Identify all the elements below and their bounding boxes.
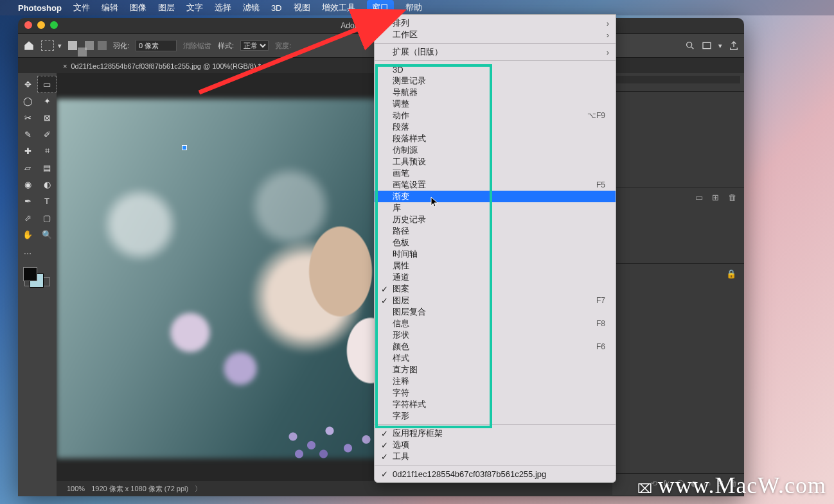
tool-dodge[interactable]: ◐ bbox=[37, 176, 57, 193]
sel-subtract-icon[interactable] bbox=[85, 41, 94, 50]
folder-icon[interactable]: ▭ bbox=[695, 193, 703, 202]
tool-frame[interactable]: ⊠ bbox=[37, 109, 57, 126]
menu-item[interactable]: 字符样式 bbox=[375, 399, 616, 410]
layers-panel[interactable]: 🔒 bbox=[612, 264, 744, 474]
tool-clone[interactable]: ⌗ bbox=[37, 143, 57, 159]
feather-input[interactable] bbox=[136, 40, 177, 51]
tool-hand[interactable]: ✋ bbox=[18, 226, 37, 243]
antialias-checkbox[interactable]: 消除锯齿 bbox=[183, 41, 211, 51]
menu-filter[interactable]: 滤镜 bbox=[243, 2, 260, 13]
chevron-down-icon[interactable]: ▾ bbox=[58, 42, 62, 50]
properties-panel[interactable]: ▭ ⊞ 🗑 bbox=[612, 187, 744, 264]
color-swatches[interactable] bbox=[18, 265, 57, 290]
tool-zoom[interactable]: 🔍 bbox=[37, 226, 57, 243]
menu-item[interactable]: 渐变 bbox=[375, 191, 616, 202]
tool-ellipsis[interactable]: … bbox=[18, 243, 37, 259]
tool-pen[interactable]: ✒ bbox=[18, 193, 37, 209]
menu-item[interactable]: 图层复合 bbox=[375, 306, 616, 318]
status-zoom[interactable]: 100% bbox=[67, 485, 85, 492]
menu-item[interactable]: 属性 bbox=[375, 260, 616, 272]
menu-item[interactable]: 通道 bbox=[375, 272, 616, 283]
menu-item[interactable]: 段落 bbox=[375, 121, 616, 133]
tool-lasso[interactable]: ◯ bbox=[18, 92, 37, 109]
trash-icon[interactable]: 🗑 bbox=[728, 193, 736, 202]
menu-view[interactable]: 视图 bbox=[294, 2, 310, 13]
search-icon[interactable] bbox=[685, 40, 695, 51]
chevron-down-icon[interactable]: ▾ bbox=[718, 42, 722, 50]
menu-item[interactable]: 排列 bbox=[375, 17, 616, 29]
menu-item[interactable]: 字形 bbox=[375, 410, 616, 422]
menu-edit[interactable]: 编辑 bbox=[102, 2, 118, 13]
menu-item[interactable]: 调整 bbox=[375, 98, 616, 110]
menu-item[interactable]: 样式 bbox=[375, 352, 616, 364]
tool-rect[interactable]: ▢ bbox=[37, 209, 57, 226]
menu-type[interactable]: 文字 bbox=[186, 2, 203, 13]
selection-handle[interactable] bbox=[182, 145, 187, 150]
window-minimize[interactable] bbox=[37, 21, 45, 29]
menu-item[interactable]: 测量记录 bbox=[375, 75, 616, 87]
menu-item[interactable]: ✓图层F7 bbox=[375, 295, 616, 306]
menu-item[interactable]: 动作⌥F9 bbox=[375, 110, 616, 121]
status-arrow-icon[interactable]: 〉 bbox=[195, 484, 202, 494]
menu-item[interactable]: 画笔设置F5 bbox=[375, 179, 616, 191]
menu-item[interactable]: 导航器 bbox=[375, 87, 616, 98]
menu-window[interactable]: 窗口 bbox=[367, 0, 394, 15]
tool-gradient[interactable]: ▤ bbox=[37, 159, 57, 176]
menu-file[interactable]: 文件 bbox=[73, 2, 90, 13]
menu-item[interactable]: 时间轴 bbox=[375, 248, 616, 260]
sel-new-icon[interactable] bbox=[68, 41, 77, 50]
sel-intersect-icon[interactable] bbox=[98, 41, 107, 50]
share-icon[interactable] bbox=[729, 40, 739, 51]
menu-item[interactable]: ✓0d21f1ec128554b67cf03f87b561c255.jpg bbox=[375, 468, 616, 480]
menu-item[interactable]: 历史记录 bbox=[375, 214, 616, 225]
app-name[interactable]: Photoshop bbox=[18, 3, 62, 13]
tool-marquee[interactable]: ▭ bbox=[37, 76, 57, 92]
menu-item[interactable]: 3D bbox=[375, 64, 616, 75]
tool-crop[interactable]: ✂ bbox=[18, 109, 37, 126]
tool-eyedrop[interactable]: ✎ bbox=[18, 126, 37, 143]
menu-3d[interactable]: 3D bbox=[271, 3, 282, 13]
menu-select[interactable]: 选择 bbox=[215, 2, 231, 13]
tool-healing[interactable]: ✚ bbox=[18, 143, 37, 159]
window-maximize[interactable] bbox=[50, 21, 58, 29]
status-dims[interactable]: 1920 像素 x 1080 像素 (72 ppi) bbox=[91, 484, 188, 494]
menu-item[interactable]: ✓工具 bbox=[375, 451, 616, 462]
menu-item[interactable]: ✓应用程序框架 bbox=[375, 428, 616, 439]
tool-blur[interactable]: ◉ bbox=[18, 176, 37, 193]
menu-plugins[interactable]: 增效工具 bbox=[322, 2, 355, 13]
tool-brush[interactable]: ✐ bbox=[37, 126, 57, 143]
tool-type[interactable]: T bbox=[37, 193, 57, 209]
lock-icon[interactable]: 🔒 bbox=[726, 269, 736, 279]
menu-item[interactable]: 注释 bbox=[375, 376, 616, 387]
new-icon[interactable]: ⊞ bbox=[712, 193, 719, 202]
menu-help[interactable]: 帮助 bbox=[405, 2, 422, 13]
menu-item[interactable]: 库 bbox=[375, 202, 616, 214]
menu-item[interactable]: 画笔 bbox=[375, 168, 616, 179]
workspace-icon[interactable] bbox=[702, 40, 712, 51]
menu-item[interactable]: 直方图 bbox=[375, 364, 616, 376]
tool-move[interactable]: ✥ bbox=[18, 76, 37, 92]
menu-item[interactable]: 信息F8 bbox=[375, 318, 616, 329]
home-icon[interactable] bbox=[23, 40, 35, 51]
menu-item[interactable]: 形状 bbox=[375, 329, 616, 341]
menu-item[interactable]: ✓图案 bbox=[375, 283, 616, 295]
window-close[interactable] bbox=[24, 21, 32, 29]
marquee-indicator-icon[interactable] bbox=[41, 40, 54, 51]
menu-image[interactable]: 图像 bbox=[130, 2, 146, 13]
fg-color-swatch[interactable] bbox=[23, 267, 37, 281]
menu-item[interactable]: ✓选项 bbox=[375, 439, 616, 451]
menu-item[interactable]: 仿制源 bbox=[375, 144, 616, 156]
menu-item[interactable]: 扩展（旧版） bbox=[375, 46, 616, 58]
menu-item[interactable]: 色板 bbox=[375, 237, 616, 248]
tool-eraser[interactable]: ▱ bbox=[18, 159, 37, 176]
tab-close-icon[interactable]: × bbox=[63, 62, 67, 70]
menu-item[interactable]: 段落样式 bbox=[375, 133, 616, 144]
tool-path[interactable]: ⬀ bbox=[18, 209, 37, 226]
menu-item[interactable]: 字符 bbox=[375, 387, 616, 399]
tool-magic[interactable]: ✦ bbox=[37, 92, 57, 109]
color-panel[interactable] bbox=[612, 92, 744, 187]
menu-item[interactable]: 工作区 bbox=[375, 29, 616, 40]
menu-layer[interactable]: 图层 bbox=[158, 2, 175, 13]
document-tab[interactable]: 0d21f1ec128554b67cf03f87b561c255.jpg @ 1… bbox=[71, 62, 261, 70]
menu-item[interactable]: 路径 bbox=[375, 225, 616, 237]
